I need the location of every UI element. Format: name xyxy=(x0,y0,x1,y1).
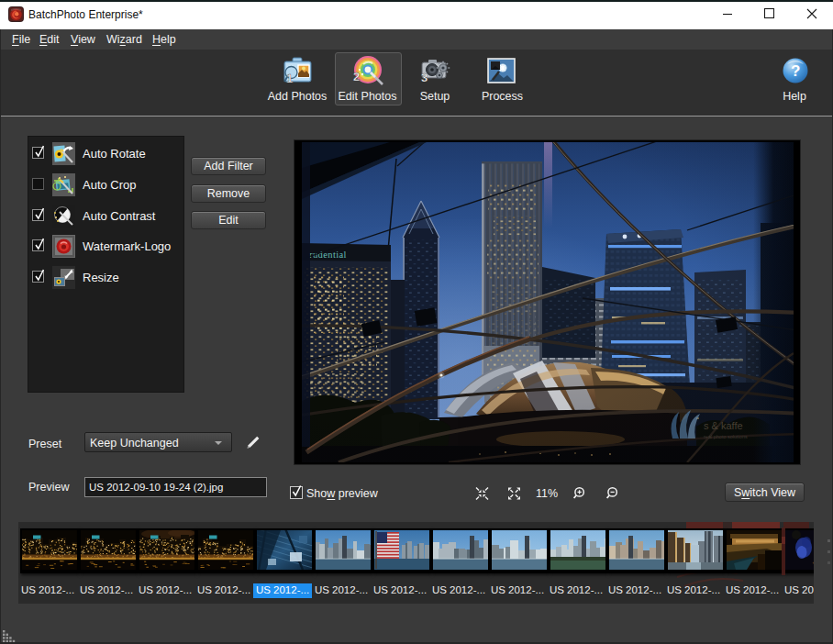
svg-text:real photo solutions: real photo solutions xyxy=(704,434,748,439)
svg-text:?: ? xyxy=(791,62,800,80)
svg-text:3: 3 xyxy=(421,71,428,84)
svg-text:1: 1 xyxy=(286,72,293,85)
svg-text:s & kaffe: s & kaffe xyxy=(704,420,743,431)
svg-text:2: 2 xyxy=(353,70,360,83)
